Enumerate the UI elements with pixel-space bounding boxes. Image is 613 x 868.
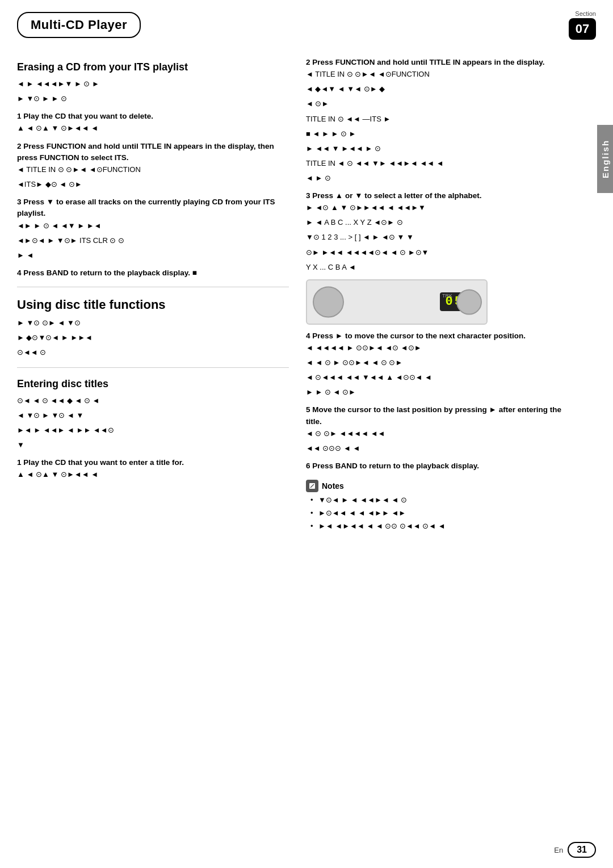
right-step3-sym1: ► ◄⊙ ▲ ▼ ⊙►►◄◄ ◄ ◄◄►▼ bbox=[306, 202, 578, 214]
step3-sym1: ◄► ► ⊙ ◄ ◄▼ ► ►◄ bbox=[17, 220, 289, 232]
step2-sym1: ◄ TITLE IN ⊙ ⊙►◄ ◄⊙FUNCTION bbox=[17, 163, 289, 176]
right-step5-heading: 5 Move the cursor to the last position b… bbox=[306, 404, 578, 427]
right-step2-sym2: ◄ ◆◄▼ ◄ ▼◄ ⊙► ◆ bbox=[306, 83, 578, 95]
section2-sym1: ► ▼⊙ ⊙► ◄ ▼⊙ bbox=[17, 317, 289, 329]
section-number: 07 bbox=[569, 18, 596, 40]
section2-heading: Using disc title functions bbox=[17, 297, 289, 312]
section2-sym3: ⊙◄◄ ⊙ bbox=[17, 346, 289, 359]
bottom-bar: En 31 bbox=[554, 842, 596, 858]
right-step2-display1: TITLE IN ⊙ ◄◄ —ITS ► bbox=[306, 113, 578, 125]
right-step5-sym1: ◄ ⊙ ⊙► ◄◄◄◄ ◄◄ bbox=[306, 427, 578, 440]
section-label: Section bbox=[575, 10, 596, 17]
right-step3-sym3: ▼⊙ 1 2 3 ... > [ ] ◄ ► ◄⊙ ▼ ▼ bbox=[306, 231, 578, 244]
device-image: TRK 05 bbox=[306, 279, 488, 325]
section3-sym2: ◄ ▼⊙ ► ▼⊙ ◄ ▼ bbox=[17, 409, 289, 422]
note-item-2: ►⊙◄◄ ◄ ◄ ◄►► ◄► bbox=[310, 508, 578, 519]
step2: 2 Press FUNCTION and hold until TITLE IN… bbox=[17, 141, 289, 191]
step-enter1-sym: ▲ ◄ ⊙▲ ▼ ⊙►◄◄ ◄ bbox=[17, 468, 289, 481]
notes-label: Notes bbox=[322, 481, 344, 490]
divider2 bbox=[17, 367, 289, 368]
device-trk-label: TRK bbox=[442, 293, 452, 299]
right-step4-sym1: ◄ ◄◄◄◄ ► ⊙⊙►◄ ◄⊙ ◄⊙► bbox=[306, 342, 578, 354]
right-step6: 6 Press BAND to return to the playback d… bbox=[306, 460, 578, 472]
step3-heading: 3 Press ▼ to erase all tracks on the cur… bbox=[17, 196, 289, 220]
left-column: Erasing a CD from your ITS playlist ◄ ► … bbox=[17, 51, 289, 534]
right-step3-heading: 3 Press ▲ or ▼ to select a letter of the… bbox=[306, 190, 578, 202]
section3-sym4: ▼ bbox=[17, 439, 289, 451]
step1-heading: 1 Play the CD that you want to delete. bbox=[17, 111, 289, 122]
section-block: Section 07 bbox=[569, 10, 596, 40]
pencil-icon bbox=[308, 482, 316, 490]
device-left-knob bbox=[313, 286, 344, 317]
right-step4-sym4: ► ► ⊙ ◄ ⊙► bbox=[306, 386, 578, 399]
en-label: En bbox=[554, 846, 563, 854]
step3-sym3: ► ◄ bbox=[17, 249, 289, 262]
notes-icon bbox=[306, 480, 318, 492]
step4: 4 Press BAND to return to the playback d… bbox=[17, 267, 289, 279]
section3-heading: Entering disc titles bbox=[17, 378, 289, 390]
right-step2: 2 Press FUNCTION and hold until TITLE IN… bbox=[306, 57, 578, 184]
section1-symbols-intro2: ► ▼⊙ ► ► ⊙ bbox=[17, 93, 289, 105]
right-step4: 4 Press ► to move the cursor to the next… bbox=[306, 330, 578, 399]
english-side-label: English bbox=[597, 125, 613, 193]
device-right-knob bbox=[456, 289, 482, 315]
step-enter1: 1 Play the CD that you want to enter a t… bbox=[17, 457, 289, 481]
right-column: 2 Press FUNCTION and hold until TITLE IN… bbox=[306, 51, 596, 534]
step2-sym2: ◄ITS► ◆⊙ ◄ ⊙► bbox=[17, 178, 289, 191]
section3-sym1: ⊙◄ ◄ ⊙ ◄◄ ◆ ◄ ⊙ ◄ bbox=[17, 395, 289, 407]
right-step2-heading: 2 Press FUNCTION and hold until TITLE IN… bbox=[306, 57, 578, 68]
right-step3-sym5: Y X ... C B A ◄ bbox=[306, 261, 578, 274]
note-item-1: ▼⊙◄ ► ◄ ◄◄►◄ ◄ ⊙ bbox=[310, 494, 578, 506]
section1-heading: Erasing a CD from your ITS playlist bbox=[17, 61, 289, 73]
step-enter1-heading: 1 Play the CD that you want to enter a t… bbox=[17, 457, 289, 468]
right-step6-heading: 6 Press BAND to return to the playback d… bbox=[306, 460, 578, 472]
notes-header: Notes bbox=[306, 480, 578, 492]
step3: 3 Press ▼ to erase all tracks on the cur… bbox=[17, 196, 289, 262]
note-item-3: ►◄ ◄►◄◄ ◄ ◄ ⊙⊙ ⊙◄◄ ⊙◄ ◄ bbox=[310, 521, 578, 532]
right-step2-sym1: ◄ TITLE IN ⊙ ⊙►◄ ◄⊙FUNCTION bbox=[306, 68, 578, 81]
step2-heading: 2 Press FUNCTION and hold until TITLE IN… bbox=[17, 141, 289, 164]
step3-sym2: ◄►⊙◄ ► ▼⊙► ITS CLR ⊙ ⊙ bbox=[17, 234, 289, 247]
right-step3: 3 Press ▲ or ▼ to select a letter of the… bbox=[306, 190, 578, 274]
page-number: 31 bbox=[568, 842, 596, 858]
step1-symbols: ▲ ◄ ⊙▲ ▼ ⊙►◄◄ ◄ bbox=[17, 122, 289, 135]
right-step3-sym4: ⊙► ►◄◄ ◄◄◄◄⊙◄ ◄ ⊙ ►⊙▼ bbox=[306, 246, 578, 259]
section1-symbols-intro: ◄ ► ◄◄◄►▼ ► ⊙ ► bbox=[17, 78, 289, 90]
right-step2-sym3: ◄ ⊙► bbox=[306, 98, 578, 110]
top-bar: Multi-CD Player Section 07 bbox=[0, 0, 613, 45]
notes-block: Notes ▼⊙◄ ► ◄ ◄◄►◄ ◄ ⊙ ►⊙◄◄ ◄ ◄ ◄►► ◄► ►… bbox=[306, 480, 578, 532]
page-container: Multi-CD Player Section 07 English Erasi… bbox=[0, 0, 613, 868]
step4-heading: 4 Press BAND to return to the playback d… bbox=[17, 267, 289, 279]
right-step5-sym2: ◄◄ ⊙⊙⊙ ◄ ◄ bbox=[306, 442, 578, 455]
section2-sym2: ► ◆⊙▼⊙◄ ► ►►◄ bbox=[17, 332, 289, 344]
section3-sym3: ►◄ ► ◄◄► ◄ ►► ◄◄⊙ bbox=[17, 424, 289, 437]
divider1 bbox=[17, 287, 289, 287]
right-step3-sym2: ► ◄ A B C ... X Y Z ◄⊙► ⊙ bbox=[306, 216, 578, 229]
page-title: Multi-CD Player bbox=[17, 12, 141, 38]
right-step2-sym6: ◄ ► ⊙ bbox=[306, 172, 578, 184]
right-step2-display2: TITLE IN ◄ ⊙ ◄◄ ▼► ◄◄►◄ ◄◄ ◄ bbox=[306, 157, 578, 170]
right-step4-heading: 4 Press ► to move the cursor to the next… bbox=[306, 330, 578, 342]
right-step4-sym3: ◄ ⊙◄◄◄ ◄◄ ▼◄◄ ▲ ◄⊙⊙◄ ◄ bbox=[306, 371, 578, 384]
step1: 1 Play the CD that you want to delete. ▲… bbox=[17, 111, 289, 135]
main-content: Erasing a CD from your ITS playlist ◄ ► … bbox=[0, 45, 613, 545]
notes-list: ▼⊙◄ ► ◄ ◄◄►◄ ◄ ⊙ ►⊙◄◄ ◄ ◄ ◄►► ◄► ►◄ ◄►◄◄… bbox=[306, 494, 578, 532]
right-step2-sym5: ► ◄◄ ▼ ►◄◄ ► ⊙ bbox=[306, 142, 578, 155]
right-step2-sym4: ■ ◄ ► ► ⊙ ► bbox=[306, 128, 578, 140]
right-step5: 5 Move the cursor to the last position b… bbox=[306, 404, 578, 455]
right-step4-sym2: ◄ ◄ ⊙ ► ⊙⊙►◄ ◄ ⊙ ⊙► bbox=[306, 357, 578, 369]
